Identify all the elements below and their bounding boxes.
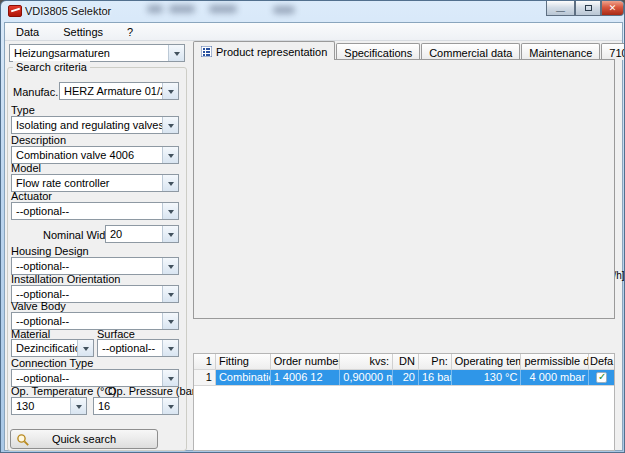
housing-design-label: Housing Design xyxy=(11,245,89,257)
op-temperature-value: 130 xyxy=(12,398,70,414)
tab-product-representation[interactable]: Product representation xyxy=(193,41,335,60)
chevron-down-icon xyxy=(162,203,178,219)
cell-operating-temp: 130 °C xyxy=(452,370,522,385)
cell-dn: 20 xyxy=(393,370,419,385)
col-header-kvs[interactable]: kvs: xyxy=(340,354,393,369)
actuator-label: Actuator xyxy=(11,190,52,202)
col-header-order-number[interactable]: Order number xyxy=(271,354,341,369)
col-header-operating-temp[interactable]: Operating temp. xyxy=(452,354,522,369)
maximize-icon xyxy=(585,5,592,11)
chevron-down-icon xyxy=(77,340,93,356)
col-header-dn[interactable]: DN xyxy=(393,354,419,369)
connection-type-label: Connection Type xyxy=(11,357,93,369)
tab-commercial-data[interactable]: Commercial data xyxy=(421,43,520,60)
chevron-down-icon xyxy=(162,286,178,302)
close-button[interactable]: ✕ xyxy=(601,1,624,16)
menu-help[interactable]: ? xyxy=(124,25,136,39)
search-criteria-title: Search criteria xyxy=(13,61,90,73)
op-pressure-select[interactable]: 16 xyxy=(93,397,179,415)
type-value: Isolating and regulating valves xyxy=(12,117,162,133)
chevron-down-icon xyxy=(162,175,178,191)
app-logo-icon xyxy=(8,5,22,17)
tab-maintenance[interactable]: Maintenance xyxy=(521,43,600,60)
manufac-select[interactable]: HERZ Armature 01/2012 xyxy=(59,82,179,100)
material-value: Dezincification resi: xyxy=(12,340,77,356)
type-select[interactable]: Isolating and regulating valves xyxy=(11,116,179,134)
chevron-down-icon xyxy=(168,45,184,61)
chevron-down-icon xyxy=(162,83,178,99)
nominal-width-label: Nominal Width xyxy=(43,229,115,241)
installation-orientation-label: Installation Orientation xyxy=(11,273,120,285)
menubar: Data Settings ? xyxy=(5,23,622,41)
cell-permissible-diff: 4 000 mbar xyxy=(521,370,589,385)
search-icon xyxy=(16,433,30,447)
chevron-down-icon xyxy=(70,398,86,414)
manufac-label: Manufac. xyxy=(13,86,58,98)
app-window: VDI3805 Selektor — ✕ Data Settings ? Hei… xyxy=(0,0,625,453)
col-header-num[interactable]: 1 xyxy=(194,354,216,369)
op-temperature-select[interactable]: 130 xyxy=(11,397,87,415)
valve-body-value: --optional-- xyxy=(12,313,162,329)
quick-search-button[interactable]: Quick search xyxy=(10,429,158,449)
chevron-down-icon xyxy=(162,258,178,274)
glass-reflection xyxy=(209,5,237,13)
actuator-select[interactable]: --optional-- xyxy=(11,202,179,220)
cell-order-number: 1 4006 12 xyxy=(271,370,341,385)
nominal-width-value: 20 xyxy=(106,226,162,242)
chevron-down-icon xyxy=(162,117,178,133)
glass-reflection xyxy=(273,6,295,14)
category-select[interactable]: Heizungsarmaturen xyxy=(9,44,185,62)
menu-data[interactable]: Data xyxy=(13,25,42,39)
tabstrip: Product representation Specifications Co… xyxy=(193,41,615,60)
op-temperature-label: Op. Temperature (°C) xyxy=(11,385,116,397)
col-header-pn[interactable]: Pn: xyxy=(419,354,452,369)
cell-fitting: Combinatio... xyxy=(216,370,271,385)
op-pressure-value: 16 xyxy=(94,398,162,414)
chevron-down-icon xyxy=(162,226,178,242)
maximize-button[interactable] xyxy=(575,1,601,16)
chevron-down-icon xyxy=(162,313,178,329)
chevron-down-icon xyxy=(162,398,178,414)
glass-reflection xyxy=(169,5,195,13)
row-number: 1 xyxy=(194,370,216,385)
model-value: Flow rate controller xyxy=(12,175,162,191)
op-pressure-label: Op. Pressure (bar) xyxy=(108,385,199,397)
tab-label: Maintenance xyxy=(529,47,592,59)
menu-settings[interactable]: Settings xyxy=(60,25,106,39)
col-header-permissible-diff[interactable]: permissible diff. p... xyxy=(521,354,589,369)
close-icon: ✕ xyxy=(609,3,617,13)
tab-label: Product representation xyxy=(216,46,327,58)
chevron-down-icon xyxy=(162,370,178,386)
valve-body-label: Valve Body xyxy=(11,300,66,312)
type-label: Type xyxy=(11,104,35,116)
table-row[interactable]: 1 Combinatio... 1 4006 12 0,90000 m³/h 2… xyxy=(194,370,614,386)
titlebar[interactable]: VDI3805 Selektor — ✕ xyxy=(1,1,625,22)
tab-710-01[interactable]: 710.01 xyxy=(601,43,625,60)
actuator-value: --optional-- xyxy=(12,203,162,219)
tab-label: Specifications xyxy=(344,47,412,59)
cell-default xyxy=(589,370,614,385)
connection-type-value: --optional-- xyxy=(12,370,162,386)
description-label: Description xyxy=(11,134,66,146)
chevron-down-icon xyxy=(162,340,178,356)
tab-label: 710.01 xyxy=(609,47,625,59)
default-checkbox-checked-icon[interactable] xyxy=(596,372,607,383)
col-header-default[interactable]: Defa xyxy=(589,354,614,369)
window-title: VDI3805 Selektor xyxy=(25,5,111,17)
results-header-row: 1 Fitting Order number kvs: DN Pn: Opera… xyxy=(194,354,614,370)
category-value: Heizungsarmaturen xyxy=(10,45,168,61)
minimize-icon: — xyxy=(556,6,565,16)
housing-design-value: --optional-- xyxy=(12,258,162,274)
cell-kvs: 0,90000 m³/h xyxy=(340,370,393,385)
surface-select[interactable]: --optional-- xyxy=(97,339,179,357)
nominal-width-select[interactable]: 20 xyxy=(105,225,179,243)
results-table: 1 Fitting Order number kvs: DN Pn: Opera… xyxy=(193,353,615,451)
surface-value: --optional-- xyxy=(98,340,162,356)
material-select[interactable]: Dezincification resi: xyxy=(11,339,94,357)
model-label: Model xyxy=(11,162,41,174)
minimize-button[interactable]: — xyxy=(546,1,575,16)
tab-specifications[interactable]: Specifications xyxy=(336,43,420,60)
product-representation-page xyxy=(193,59,615,319)
description-value: Combination valve 4006 xyxy=(12,147,162,163)
col-header-fitting[interactable]: Fitting xyxy=(216,354,271,369)
